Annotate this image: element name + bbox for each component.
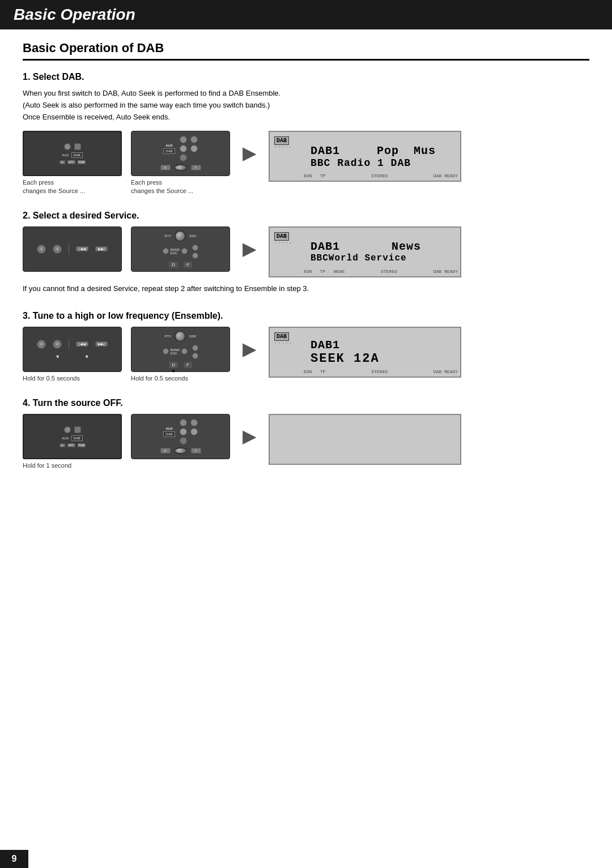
radio-front-img: AUX DAB ● ATT PGM <box>23 131 122 176</box>
step-2-device1: ① ② |◀◀ ▶▶| <box>23 226 122 272</box>
step-3-device2: PTY DSP BANDESC <box>131 327 230 382</box>
step-2-images: ① ② |◀◀ ▶▶| PTY DSP <box>23 226 589 277</box>
page-title: Basic Operation <box>14 6 598 24</box>
step-3-display: DAB ····· DAB1 SEEK 12A EON TP STEREO DA… <box>269 327 461 378</box>
arrow-1: ▶ <box>239 142 260 164</box>
page-content: Basic Operation of DAB 1. Select DAB. Wh… <box>0 29 612 508</box>
arrow-4: ▶ <box>239 425 260 447</box>
step-1-text: When you first switch to DAB, Auto Seek … <box>23 88 589 123</box>
ctrl-unit2-img: PTY DSP BANDESC <box>131 226 230 272</box>
step-1-heading: 1. Select DAB. <box>23 72 589 82</box>
page-number: 9 <box>0 850 28 868</box>
step-4-device2: AUX DAB <box>131 414 230 459</box>
step-3-device1: ① ② |◀◀ ▶▶| ▼ ▼ Hold for 0.5 seconds <box>23 327 122 382</box>
step-4-heading: 4. Turn the source OFF. <box>23 398 589 408</box>
step-4-caption1: Hold for 1 second <box>23 461 71 469</box>
step-1-device2: AUX DAB <box>131 131 230 195</box>
step-3-block: 3. Tune to a high or low frequency (Ense… <box>23 311 589 382</box>
section-title: Basic Operation of DAB <box>23 41 589 61</box>
step-3-images: ① ② |◀◀ ▶▶| ▼ ▼ Hold for 0.5 seconds PTY <box>23 327 589 382</box>
step-1-block: 1. Select DAB. When you first switch to … <box>23 72 589 195</box>
ctrl-unit4-img: AUX DAB <box>131 414 230 459</box>
step-2-text-after: If you cannot find a desired Service, re… <box>23 283 589 295</box>
step-2-block: 2. Select a desired Service. ① ② |◀◀ ▶▶| <box>23 211 589 295</box>
step-1-display: DAB ····· DAB1 Pop Mus BBC Radio 1 DAB E… <box>269 131 461 182</box>
step-4-device1: AUX DAB ● ATT PGM Hold for 1 second <box>23 414 122 469</box>
step-4-block: 4. Turn the source OFF. AUX DAB <box>23 398 589 469</box>
transport-img-3: ① ② |◀◀ ▶▶| ▼ ▼ <box>23 327 122 372</box>
ctrl-unit3-img: PTY DSP BANDESC <box>131 327 230 372</box>
arrow-2: ▶ <box>239 238 260 259</box>
radio-front-4: AUX DAB ● ATT PGM <box>23 414 122 459</box>
step-3-heading: 3. Tune to a high or low frequency (Ense… <box>23 311 589 321</box>
step-4-display <box>269 414 461 465</box>
step-4-images: AUX DAB ● ATT PGM Hold for 1 second <box>23 414 589 469</box>
step-1-images: AUX DAB ● ATT PGM Each presschanges the … <box>23 131 589 195</box>
step-1-device1: AUX DAB ● ATT PGM Each presschanges the … <box>23 131 122 195</box>
arrow-3: ▶ <box>239 338 260 360</box>
step-1-caption2: Each presschanges the Source ... <box>131 178 193 195</box>
display-line1: DAB1 Pop Mus <box>277 144 453 157</box>
step-2-heading: 2. Select a desired Service. <box>23 211 589 221</box>
step-1-caption1: Each presschanges the Source ... <box>23 178 85 195</box>
page-header: Basic Operation <box>0 0 612 29</box>
step-3-caption1: Hold for 0.5 seconds <box>23 374 80 382</box>
ctrl-unit-img: AUX DAB <box>131 131 230 176</box>
step-2-display: DAB ····· DAB1 News BBCWorld Service EON… <box>269 226 461 277</box>
transport-img-1: ① ② |◀◀ ▶▶| <box>23 226 122 272</box>
display-line2: BBC Radio 1 DAB <box>277 157 453 169</box>
step-2-device2: PTY DSP BANDESC <box>131 226 230 272</box>
step-3-caption2: Hold for 0.5 seconds <box>131 374 188 382</box>
